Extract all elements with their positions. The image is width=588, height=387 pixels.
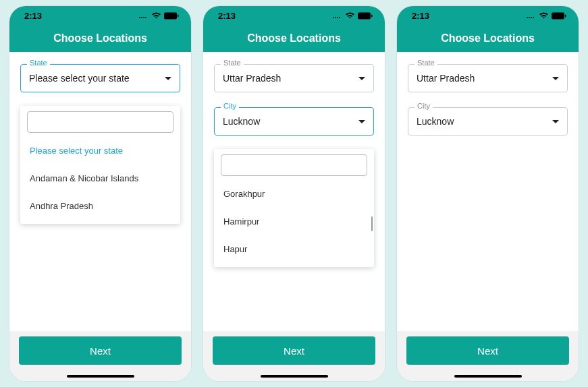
svg-point-14 <box>531 17 532 18</box>
page-title: Choose Locations <box>247 32 341 44</box>
dropdown-option-selected[interactable]: Please select your state <box>27 137 173 165</box>
dropdown-option[interactable]: Gorakhpur <box>221 180 367 208</box>
city-value: Lucknow <box>223 116 260 127</box>
svg-rect-5 <box>178 14 179 17</box>
phone-screen-3: 2:13 Choose Locations State Uttar Prades… <box>397 6 579 381</box>
status-icons <box>332 12 373 20</box>
chevron-down-icon <box>552 77 559 80</box>
content-area: State Please select your state Please se… <box>9 52 191 331</box>
dropdown-option[interactable]: Andhra Pradesh <box>27 192 173 220</box>
battery-icon <box>164 12 179 20</box>
svg-point-9 <box>339 17 340 18</box>
next-button[interactable]: Next <box>213 336 375 365</box>
state-select[interactable]: Uttar Pradesh <box>408 64 568 92</box>
svg-point-3 <box>145 17 146 18</box>
svg-rect-16 <box>552 12 564 19</box>
status-time: 2:13 <box>24 11 42 21</box>
dropdown-search-input[interactable] <box>221 154 367 176</box>
scrollbar[interactable] <box>371 216 373 231</box>
dropdown-option[interactable]: Andaman & Nicobar Islands <box>27 165 173 192</box>
state-dropdown: Please select your state Andaman & Nicob… <box>20 106 180 224</box>
state-select[interactable]: Please select your state <box>20 64 180 92</box>
state-value: Please select your state <box>29 73 130 84</box>
state-field: State Uttar Pradesh <box>408 64 568 92</box>
cellular-icon <box>138 12 149 19</box>
svg-point-2 <box>143 17 144 18</box>
status-time: 2:13 <box>218 11 236 21</box>
state-label: State <box>27 59 50 67</box>
battery-icon <box>358 12 373 20</box>
svg-point-0 <box>139 17 140 18</box>
content-area: State Uttar Pradesh City Lucknow <box>397 52 579 331</box>
svg-point-12 <box>527 17 528 18</box>
chevron-down-icon <box>358 120 365 123</box>
page-title: Choose Locations <box>441 32 535 44</box>
city-dropdown: Gorakhpur Hamirpur Hapur <box>214 149 374 267</box>
status-time: 2:13 <box>412 11 429 21</box>
chevron-down-icon <box>358 77 365 80</box>
chevron-down-icon <box>552 120 559 123</box>
svg-point-7 <box>335 17 336 18</box>
svg-point-8 <box>337 17 338 18</box>
next-button[interactable]: Next <box>406 336 569 365</box>
state-value: Uttar Pradesh <box>417 73 475 84</box>
footer: Next <box>397 331 579 381</box>
home-indicator[interactable] <box>261 375 328 378</box>
footer: Next <box>203 331 385 381</box>
state-label: State <box>415 59 437 67</box>
content-area: State Uttar Pradesh City Lucknow Gorakhp… <box>203 52 385 331</box>
city-value: Lucknow <box>417 116 454 127</box>
svg-point-13 <box>529 17 530 18</box>
page-header: Choose Locations <box>9 25 191 52</box>
next-button[interactable]: Next <box>19 336 182 365</box>
svg-rect-11 <box>371 14 373 17</box>
dropdown-option[interactable]: Hamirpur <box>221 208 367 235</box>
city-label: City <box>221 102 239 110</box>
status-bar: 2:13 <box>397 6 579 25</box>
city-field: City Lucknow <box>408 107 568 136</box>
wifi-icon <box>151 12 161 20</box>
footer: Next <box>9 331 191 381</box>
city-label: City <box>415 102 433 110</box>
battery-icon <box>552 12 566 20</box>
dropdown-search-input[interactable] <box>27 111 173 133</box>
state-label: State <box>221 59 244 67</box>
dropdown-option[interactable]: Hapur <box>221 235 367 263</box>
wifi-icon <box>539 12 549 20</box>
page-header: Choose Locations <box>203 25 385 52</box>
svg-rect-4 <box>164 12 177 19</box>
svg-rect-10 <box>358 12 371 19</box>
phone-screen-2: 2:13 Choose Locations State Uttar Prades… <box>203 6 385 381</box>
page-title: Choose Locations <box>53 32 147 44</box>
state-field: State Uttar Pradesh <box>214 64 374 92</box>
chevron-down-icon <box>165 77 171 80</box>
status-bar: 2:13 <box>9 6 191 25</box>
wifi-icon <box>345 12 355 20</box>
state-field: State Please select your state <box>20 64 180 92</box>
state-value: Uttar Pradesh <box>223 73 281 84</box>
home-indicator[interactable] <box>67 375 134 378</box>
status-bar: 2:13 <box>203 6 385 25</box>
status-icons <box>526 12 566 20</box>
cellular-icon <box>332 12 342 19</box>
city-select[interactable]: Lucknow <box>408 107 568 136</box>
state-select[interactable]: Uttar Pradesh <box>214 64 374 92</box>
cellular-icon <box>526 12 536 19</box>
phone-screen-1: 2:13 Choose Locations State Please selec… <box>9 6 191 381</box>
svg-rect-17 <box>565 14 566 17</box>
svg-point-1 <box>141 17 142 18</box>
svg-point-6 <box>333 17 334 18</box>
city-select[interactable]: Lucknow <box>214 107 374 136</box>
home-indicator[interactable] <box>454 375 522 378</box>
svg-point-15 <box>533 17 534 18</box>
page-header: Choose Locations <box>397 25 579 52</box>
city-field: City Lucknow <box>214 107 374 136</box>
status-icons <box>138 12 179 20</box>
